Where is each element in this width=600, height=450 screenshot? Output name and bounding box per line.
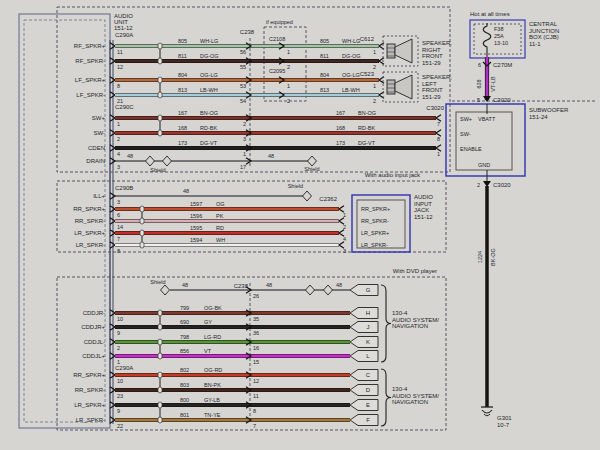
- pin-number: 2: [117, 345, 120, 351]
- signal-label: DRAIN: [86, 158, 105, 164]
- dest-pin: 1: [343, 212, 346, 218]
- circuit-number: 813: [320, 87, 329, 93]
- signal-label: RF_SPKR+: [74, 43, 106, 49]
- signal-label: SW-: [93, 130, 105, 136]
- jack-pin-label: LR_SPKR-: [361, 242, 388, 248]
- twist-cap: [158, 339, 162, 345]
- c238-pin: 15: [253, 359, 259, 365]
- circuit-number: 628: [476, 79, 482, 88]
- wiring-diagram: AUDIOUNIT151-12C290AC238if equippedC2108…: [0, 0, 600, 450]
- signal-label: LR_SPKR-: [76, 242, 105, 248]
- shield-icon: [306, 285, 315, 295]
- connector-label-c3020: C3020: [493, 182, 511, 188]
- twist-cap: [158, 130, 162, 136]
- c238-pin: 12: [253, 378, 259, 384]
- signal-label: LR_SPKR-: [76, 417, 105, 423]
- mid-pin: 1: [287, 49, 290, 55]
- c238-pin: 36: [253, 330, 259, 336]
- terminal-letter: K: [366, 339, 370, 345]
- circuit-number: 800: [180, 397, 189, 403]
- twist-cap: [158, 387, 162, 393]
- connector-label-c2362: C2362: [319, 196, 337, 202]
- color-code: RD-BK: [200, 125, 217, 131]
- circuit-number: 804: [178, 72, 187, 78]
- brace: [381, 285, 391, 362]
- color-code: LB-WH: [342, 87, 360, 93]
- signal-label: RR_SPKR-: [75, 387, 105, 393]
- fuse-label: 25A: [494, 33, 504, 39]
- circuit-number: 48: [183, 188, 189, 194]
- circuit-number: 167: [336, 110, 345, 116]
- twist-cap: [158, 353, 162, 359]
- terminal-letter: D: [366, 387, 371, 393]
- speaker-label: LEFT: [422, 81, 437, 87]
- dest-pin: 8: [437, 136, 440, 142]
- c238-pin: 7: [253, 423, 256, 429]
- c238-pin: 11: [253, 393, 259, 399]
- c238-pin: 56: [240, 49, 246, 55]
- color-code: LG-RD: [204, 334, 221, 340]
- shield-icon: [308, 156, 317, 166]
- ground-icon: [484, 414, 490, 416]
- color-code: DG-VT: [200, 140, 218, 146]
- color-code: GY: [204, 319, 212, 325]
- c238-pin: 8: [253, 408, 256, 414]
- terminal-G: [350, 285, 378, 296]
- signal-label: CDDJL-: [84, 339, 105, 345]
- nav-label: NAVIGATION: [392, 323, 428, 329]
- color-code: OG-LG: [200, 72, 218, 78]
- color-code: BN-OG: [200, 110, 218, 116]
- color-code: WH: [216, 237, 225, 243]
- pin-number: 7: [117, 236, 120, 242]
- twist-cap: [158, 92, 162, 98]
- pin-number: 14: [117, 224, 123, 230]
- circuit-number: 811: [178, 53, 187, 59]
- shield-label: Shield: [288, 183, 303, 189]
- twist-cap: [158, 77, 162, 83]
- pin-number: 22: [117, 423, 123, 429]
- shield-icon: [146, 156, 155, 166]
- terminal-letter: G: [366, 287, 371, 293]
- speaker-label: FRONT: [422, 87, 443, 93]
- connector-label-c2095: C2095: [269, 68, 285, 74]
- color-code: DG-VT: [358, 140, 376, 146]
- audio-jack-label: 151-12: [414, 214, 433, 220]
- pin-number: 23: [117, 393, 123, 399]
- ground-icon: [482, 410, 492, 413]
- color-code: OG: [216, 201, 225, 207]
- pin-number: 3: [117, 199, 120, 205]
- jack-pin-label: RR_SPKR-: [361, 218, 389, 224]
- ground-label: 10-7: [497, 422, 510, 428]
- mid-pin: 1: [287, 83, 290, 89]
- audio-input-tag: With audio input jack: [365, 172, 421, 178]
- pin-number: 9: [117, 408, 120, 414]
- cjb-label: BOX (CJB): [529, 34, 559, 40]
- fuse-label: F38: [494, 26, 503, 32]
- terminal-letter: H: [366, 310, 370, 316]
- nav-label: AUDIO SYSTEM/: [392, 393, 439, 399]
- speaker-label: 151-29: [422, 94, 441, 100]
- color-code: WH-LG: [200, 38, 218, 44]
- circuit-number: 173: [178, 140, 187, 146]
- brace: [381, 369, 391, 426]
- twist-cap: [158, 310, 162, 316]
- twist-cap: [158, 43, 162, 49]
- terminal-J: [350, 322, 378, 333]
- circuit-number: 805: [320, 38, 329, 44]
- signal-label: RR_SPKR-: [75, 218, 105, 224]
- circuit-number: 805: [178, 38, 187, 44]
- color-code: DG-OG: [200, 53, 219, 59]
- c238-pin: 1: [243, 151, 246, 157]
- twist-cap: [140, 242, 144, 248]
- c238-pin: 17: [240, 164, 246, 170]
- circuit-number: 48: [127, 153, 133, 159]
- connector-label-c290c: C290C: [115, 104, 134, 110]
- twist-cap: [158, 58, 162, 64]
- circuit-number: 168: [178, 125, 187, 131]
- pin-number: 2: [477, 182, 480, 188]
- cjb-label: CENTRAL: [529, 21, 558, 27]
- shield-label: Shield: [304, 166, 319, 172]
- connector-label-c290b: C290B: [115, 185, 133, 191]
- color-code: OG-BK: [204, 305, 222, 311]
- speaker-cone-icon: [395, 39, 412, 63]
